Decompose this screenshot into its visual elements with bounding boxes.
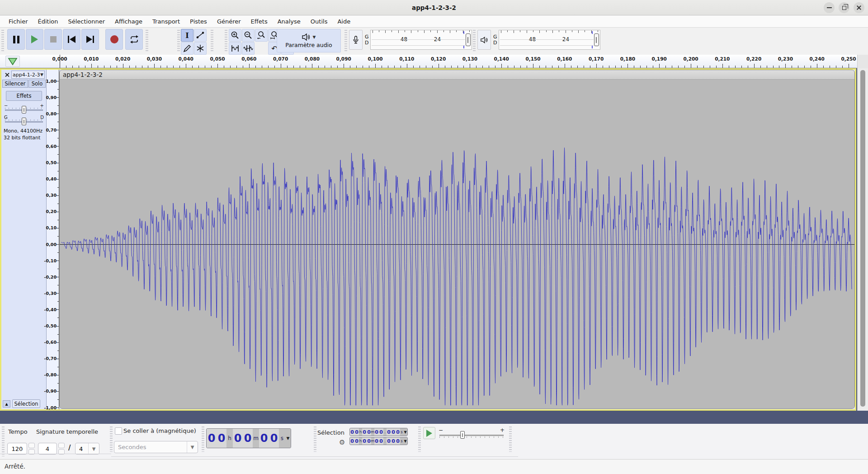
play-at-speed-button[interactable] <box>423 427 435 439</box>
signature-upper-input[interactable]: 4 <box>38 443 57 455</box>
time-digit[interactable]: 0 <box>269 429 279 448</box>
gain-slider[interactable]: − + <box>4 103 44 114</box>
record-volume-slider[interactable] <box>466 33 471 46</box>
audio-track[interactable]: app4-1-2-3-2 ▼ Silencer Solo Effets − + … <box>0 68 856 411</box>
time-digit[interactable]: 0 <box>207 429 217 448</box>
time-unit[interactable]: h <box>226 429 233 448</box>
chevron-down-icon[interactable]: ▼ <box>403 437 407 445</box>
time-digit[interactable]: 0 <box>379 428 383 436</box>
trim-audio-button[interactable] <box>229 42 241 55</box>
menu-item-0[interactable]: Fichier <box>4 17 33 26</box>
audio-position-display[interactable]: 00h00m00s▼ <box>206 428 291 448</box>
toolbar-grip[interactable] <box>418 427 421 452</box>
selection-end-display[interactable]: 00h00m00.000s▼ <box>349 437 408 445</box>
pause-button[interactable] <box>7 29 25 50</box>
toolbar-grip[interactable] <box>211 30 213 52</box>
envelope-tool-button[interactable] <box>194 29 207 42</box>
time-digit[interactable]: 0 <box>350 428 354 436</box>
minimize-button[interactable] <box>824 2 835 13</box>
menu-item-1[interactable]: Édition <box>33 17 63 26</box>
time-unit[interactable]: m <box>371 428 374 436</box>
pan-slider-thumb[interactable] <box>22 118 26 125</box>
vertical-scale-ruler[interactable]: 1,000,900,800,700,600,500,400,300,200,10… <box>47 70 59 409</box>
menu-item-6[interactable]: Générer <box>212 17 246 26</box>
menu-item-9[interactable]: Outils <box>306 17 333 26</box>
toolbar-grip[interactable] <box>314 427 316 452</box>
zoom-selection-button[interactable] <box>255 29 268 42</box>
playback-volume-slider[interactable] <box>594 33 599 46</box>
restore-button[interactable] <box>839 2 849 13</box>
playback-speed-slider[interactable]: − + <box>439 428 505 440</box>
skip-to-start-button[interactable] <box>63 29 80 50</box>
track-control-panel[interactable]: app4-1-2-3-2 ▼ Silencer Solo Effets − + … <box>1 70 47 409</box>
time-digit[interactable]: 0 <box>387 437 391 445</box>
signature-lower-select[interactable]: 4 ▼ <box>75 443 99 455</box>
audio-clip[interactable]: app4-1-2-3-2 <box>59 70 855 409</box>
timeline-ruler[interactable]: 0,0000,0100,0200,0300,0400,0500,0600,070… <box>0 55 868 68</box>
time-digit[interactable]: 0 <box>374 428 379 436</box>
time-unit[interactable]: s <box>400 437 403 445</box>
vertical-scrollbar[interactable] <box>857 68 868 411</box>
record-button[interactable] <box>105 29 123 50</box>
menu-item-5[interactable]: Pistes <box>185 17 212 26</box>
toolbar-grip[interactable] <box>225 30 227 52</box>
gain-slider-thumb[interactable] <box>22 106 26 114</box>
time-unit[interactable]: h <box>359 437 362 445</box>
playback-meter[interactable]: G D -48-24 <box>477 30 600 50</box>
time-unit[interactable]: s <box>400 428 403 436</box>
time-unit[interactable]: m <box>253 429 259 448</box>
time-unit[interactable]: m <box>371 437 374 445</box>
menu-item-4[interactable]: Transport <box>147 17 185 26</box>
chevron-down-icon[interactable]: ▼ <box>285 429 291 448</box>
skip-to-end-button[interactable] <box>81 29 99 50</box>
tempo-input[interactable]: 120 <box>7 443 27 455</box>
tempo-spinner[interactable] <box>28 443 35 455</box>
time-digit[interactable]: 0 <box>391 428 396 436</box>
close-button[interactable] <box>854 2 864 13</box>
toolbar-grip[interactable] <box>1 30 4 52</box>
snap-checkbox[interactable] <box>115 427 122 435</box>
time-digit[interactable]: 0 <box>396 428 400 436</box>
time-digit[interactable]: 0 <box>396 437 400 445</box>
time-digit[interactable]: 0 <box>243 429 253 448</box>
toolbar-grip[interactable] <box>202 427 204 452</box>
loop-button[interactable] <box>125 29 143 50</box>
zoom-out-button[interactable] <box>242 29 255 42</box>
time-digit[interactable]: 0 <box>362 428 367 436</box>
play-button[interactable] <box>26 29 43 50</box>
time-digit[interactable]: 0 <box>374 437 379 445</box>
tracks-area[interactable]: app4-1-2-3-2 ▼ Silencer Solo Effets − + … <box>0 68 868 424</box>
pinned-play-head-button[interactable] <box>5 56 20 67</box>
mute-button[interactable]: Silencer <box>2 80 28 88</box>
track-name-button[interactable]: app4-1-2-3-2 ▼ <box>11 71 45 79</box>
playback-meter-scale[interactable]: -48-24 <box>499 30 600 50</box>
time-digit[interactable]: 0 <box>217 429 226 448</box>
audio-setup-button[interactable]: ▼ Paramètre audio <box>277 29 341 52</box>
selection-start-display[interactable]: 00h00m00.000s▼ <box>349 428 408 436</box>
pan-slider[interactable]: G D <box>4 115 44 126</box>
track-close-button[interactable] <box>4 71 10 78</box>
time-unit[interactable]: . <box>383 437 387 445</box>
time-digit[interactable]: 0 <box>350 437 354 445</box>
track-select-button[interactable]: Sélection <box>12 399 40 408</box>
vertical-scrollbar-thumb[interactable] <box>860 70 865 407</box>
silence-audio-button[interactable] <box>242 42 255 55</box>
title-bar[interactable]: app4-1-2-3-2 <box>0 0 868 15</box>
menu-item-2[interactable]: Sélectionner <box>63 17 110 26</box>
speed-slider-thumb[interactable] <box>460 431 465 439</box>
time-unit[interactable]: . <box>383 428 387 436</box>
snap-mode-select[interactable]: Secondes ▼ <box>114 441 198 453</box>
collapse-track-button[interactable]: ▲ <box>3 400 10 408</box>
time-digit[interactable]: 0 <box>233 429 243 448</box>
time-digit[interactable]: 0 <box>259 429 269 448</box>
selection-tool-button[interactable]: I <box>181 29 193 42</box>
time-digit[interactable]: 0 <box>391 437 396 445</box>
recording-meter[interactable]: G D -48-24 <box>349 30 472 50</box>
speaker-button[interactable] <box>477 30 491 50</box>
zoom-in-button[interactable] <box>229 29 241 42</box>
time-unit[interactable]: h <box>359 428 362 436</box>
time-digit[interactable]: 0 <box>362 437 367 445</box>
toolbar-grip[interactable] <box>509 427 512 452</box>
draw-tool-button[interactable] <box>181 42 193 55</box>
chevron-down-icon[interactable]: ▼ <box>403 428 407 436</box>
